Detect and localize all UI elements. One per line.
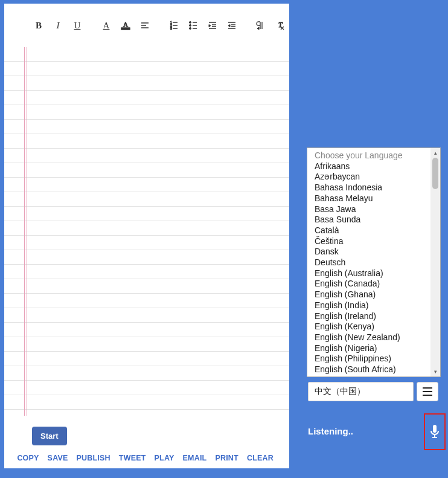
clear-action[interactable]: CLEAR	[247, 454, 274, 462]
language-option[interactable]: Basa Jawa	[315, 204, 430, 215]
menu-button[interactable]	[417, 382, 438, 401]
svg-text:3: 3	[170, 27, 172, 30]
text-color-button[interactable]: A	[101, 19, 112, 31]
highlight-button[interactable]: A	[120, 19, 131, 31]
clear-format-button[interactable]: T	[275, 19, 286, 31]
language-option[interactable]: English (India)	[315, 300, 430, 311]
language-option[interactable]: Deutsch	[315, 257, 430, 268]
outdent-button[interactable]	[207, 19, 218, 31]
microphone-button[interactable]	[424, 413, 446, 450]
start-button[interactable]: Start	[32, 427, 67, 445]
language-option[interactable]: Bahasa Melayu	[315, 193, 430, 204]
margin-rule	[27, 47, 27, 416]
language-option[interactable]: Basa Sunda	[315, 215, 430, 225]
status-text: Listening..	[308, 426, 353, 436]
language-option[interactable]: Bahasa Indonesia	[315, 182, 430, 193]
save-action[interactable]: SAVE	[48, 454, 68, 462]
text-editor-area[interactable]	[4, 47, 289, 416]
tweet-action[interactable]: TWEET	[119, 454, 146, 462]
unordered-list-button[interactable]	[188, 19, 199, 31]
svg-text:A: A	[123, 21, 128, 28]
bottom-bar: Start COPY SAVE PUBLISH TWEET PLAY EMAIL…	[4, 427, 289, 462]
svg-rect-3	[121, 28, 130, 30]
italic-button[interactable]: I	[53, 19, 63, 31]
hamburger-icon	[421, 387, 434, 396]
language-list[interactable]: Choose your Language AfrikaansAzərbaycan…	[307, 147, 441, 377]
ordered-list-button[interactable]: 123	[168, 19, 179, 31]
svg-marker-29	[257, 27, 259, 30]
selected-language-field[interactable]: 中文（中国）	[308, 382, 414, 401]
copy-action[interactable]: COPY	[17, 454, 39, 462]
svg-marker-28	[228, 25, 230, 27]
align-button[interactable]	[139, 19, 150, 31]
indent-button[interactable]	[226, 19, 237, 31]
language-option[interactable]: English (Ireland)	[315, 311, 430, 322]
svg-marker-23	[209, 25, 211, 27]
language-option[interactable]: English (Australia)	[315, 268, 430, 279]
editor-panel: B I U A A 123 T Start COPY SAVE PUBLISH	[4, 4, 289, 468]
print-action[interactable]: PRINT	[215, 454, 238, 462]
rtl-button[interactable]	[255, 19, 266, 31]
scroll-down-button[interactable]: ▾	[430, 367, 440, 376]
language-scroll[interactable]: Choose your Language AfrikaansAzərbaycan…	[307, 148, 430, 376]
language-option[interactable]: Afrikaans	[315, 161, 430, 172]
svg-point-14	[190, 25, 191, 27]
language-option[interactable]: English (Canada)	[315, 279, 430, 289]
margin-rule	[24, 47, 25, 416]
bold-button[interactable]: B	[33, 19, 44, 31]
language-option[interactable]: English (Kenya)	[315, 321, 430, 332]
svg-point-13	[190, 22, 191, 24]
scroll-thumb[interactable]	[432, 158, 438, 189]
play-action[interactable]: PLAY	[155, 454, 174, 462]
underline-button[interactable]: U	[72, 19, 83, 31]
scroll-up-button[interactable]: ▴	[430, 148, 440, 158]
email-action[interactable]: EMAIL	[183, 454, 207, 462]
microphone-icon	[429, 424, 441, 440]
language-option[interactable]: English (Nigeria)	[315, 343, 430, 354]
language-option[interactable]: Čeština	[315, 236, 430, 247]
language-option[interactable]: English (Ghana)	[315, 289, 430, 300]
language-option[interactable]: Dansk	[315, 247, 430, 257]
language-option[interactable]: English (South Africa)	[315, 364, 430, 375]
language-option[interactable]: English (Philippines)	[315, 354, 430, 364]
language-option[interactable]: English (New Zealand)	[315, 332, 430, 343]
toolbar: B I U A A 123 T	[4, 4, 289, 47]
language-option[interactable]: Azərbaycan	[315, 172, 430, 182]
svg-point-15	[190, 28, 191, 30]
svg-rect-36	[433, 425, 437, 433]
action-row: COPY SAVE PUBLISH TWEET PLAY EMAIL PRINT…	[19, 454, 275, 462]
language-option[interactable]: Català	[315, 225, 430, 236]
publish-action[interactable]: PUBLISH	[77, 454, 110, 462]
language-placeholder: Choose your Language	[315, 150, 430, 161]
scrollbar[interactable]: ▴ ▾	[430, 148, 440, 376]
